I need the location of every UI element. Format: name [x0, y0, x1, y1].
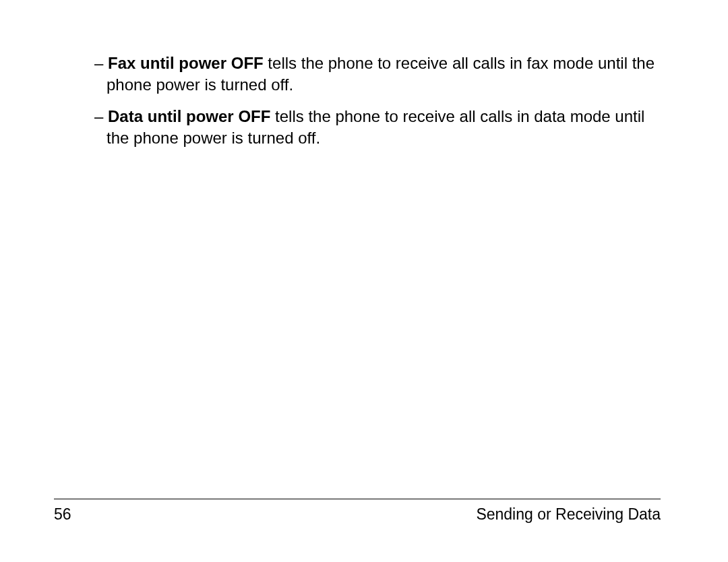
content-area: – Fax until power OFF tells the phone to… — [94, 53, 661, 159]
dash-bullet: – — [94, 54, 103, 72]
term-bold: Data until power OFF — [108, 107, 270, 125]
page-number: 56 — [54, 505, 71, 525]
list-item: – Data until power OFF tells the phone t… — [94, 106, 661, 150]
page-footer: 56 Sending or Receiving Data — [54, 499, 661, 525]
term-bold: Fax until power OFF — [108, 54, 264, 72]
section-title: Sending or Receiving Data — [476, 505, 661, 525]
list-item: – Fax until power OFF tells the phone to… — [94, 53, 661, 96]
dash-bullet: – — [94, 107, 103, 125]
footer-row: 56 Sending or Receiving Data — [54, 505, 661, 525]
footer-divider — [54, 499, 661, 499]
